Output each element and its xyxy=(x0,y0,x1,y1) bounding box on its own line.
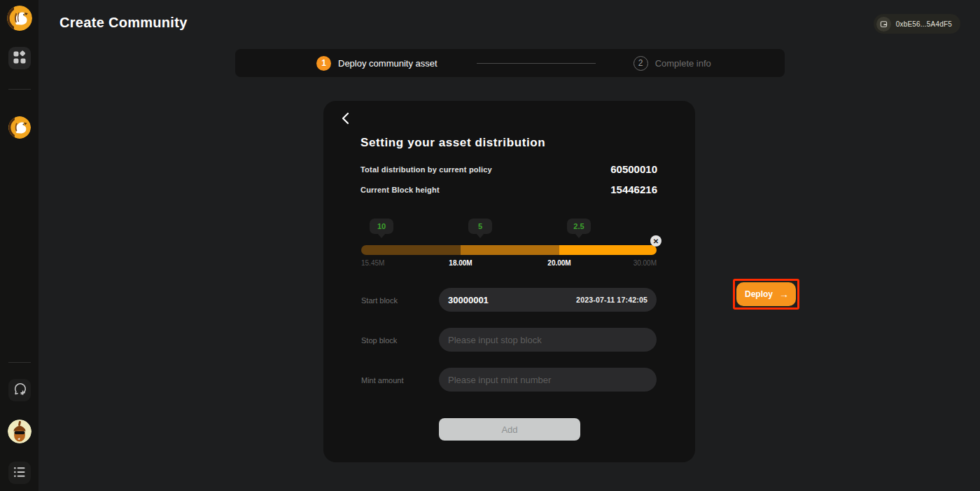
chevron-left-icon xyxy=(340,111,351,127)
slider-segment-3 xyxy=(559,245,657,255)
asset-distribution-card: Setting your asset distribution Total di… xyxy=(323,101,695,462)
chat-add-icon xyxy=(12,382,27,399)
step-deploy-community-asset: 1 Deploy community asset xyxy=(316,56,438,71)
slider-tooltip-1: 10 xyxy=(370,219,393,234)
sidebar-divider-bottom xyxy=(8,362,31,363)
sidebar xyxy=(0,0,38,491)
dashboard-button[interactable] xyxy=(8,47,31,69)
axis-label-max: 30.00M xyxy=(634,259,657,267)
add-button[interactable]: Add xyxy=(439,418,580,441)
user-avatar[interactable] xyxy=(8,420,31,443)
list-icon xyxy=(13,465,27,481)
acorn-avatar-icon xyxy=(8,434,31,443)
annotation-highlight: Deploy → xyxy=(733,279,799,310)
squirrel-avatar-icon xyxy=(8,129,31,139)
axis-label-mid2: 20.00M xyxy=(547,259,570,267)
total-distribution-value: 60500010 xyxy=(360,163,657,175)
slider-segment-1 xyxy=(361,245,461,255)
arrow-right-icon: → xyxy=(779,289,789,300)
step-2-label: Complete info xyxy=(655,58,711,69)
wallet-address-badge[interactable]: 0xbE56...5A4dF5 xyxy=(874,14,960,34)
mint-amount-input[interactable] xyxy=(448,375,648,385)
step-complete-info: 2 Complete info xyxy=(634,56,711,71)
start-block-datetime: 2023-07-11 17:42:05 xyxy=(576,296,648,304)
stepper-connector xyxy=(477,63,596,64)
grid-icon xyxy=(13,50,27,67)
add-chat-button[interactable] xyxy=(8,379,31,401)
app-logo[interactable] xyxy=(7,6,32,31)
slider-tooltip-2: 5 xyxy=(468,219,492,234)
stop-block-label: Stop block xyxy=(361,336,397,345)
card-heading: Setting your asset distribution xyxy=(360,136,545,150)
sidebar-divider-top xyxy=(8,89,31,90)
back-button[interactable] xyxy=(337,111,354,127)
start-block-field[interactable]: 2023-07-11 17:42:05 xyxy=(439,288,657,312)
deploy-label: Deploy xyxy=(745,289,773,299)
step-1-circle: 1 xyxy=(316,56,331,71)
deploy-button[interactable]: Deploy → xyxy=(736,282,796,306)
slider-segment-2 xyxy=(461,245,559,255)
slider-tooltip-3: 2.5 xyxy=(567,219,591,234)
squirrel-logo-icon xyxy=(7,21,32,31)
page-title: Create Community xyxy=(59,15,188,31)
slider-tooltip-3-value: 2.5 xyxy=(573,222,584,230)
distribution-slider[interactable] xyxy=(361,245,657,255)
community-avatar[interactable] xyxy=(8,116,31,139)
start-block-input[interactable] xyxy=(448,295,576,305)
step-1-label: Deploy community asset xyxy=(338,58,438,69)
list-menu-button[interactable] xyxy=(8,462,31,484)
stop-block-input[interactable] xyxy=(448,335,648,345)
axis-label-min: 15.45M xyxy=(361,259,384,267)
axis-label-mid1: 18.00M xyxy=(449,259,472,267)
slider-tooltip-2-value: 5 xyxy=(478,222,482,230)
wallet-address: 0xbE56...5A4dF5 xyxy=(896,20,952,28)
mint-amount-field[interactable] xyxy=(439,368,657,392)
app-root: Create Community 0xbE56...5A4dF5 1 Deplo… xyxy=(0,0,980,491)
stepper: 1 Deploy community asset 2 Complete info xyxy=(235,49,785,77)
step-2-circle: 2 xyxy=(634,56,648,71)
slider-tooltip-1-value: 10 xyxy=(377,222,386,230)
mint-amount-label: Mint amount xyxy=(361,376,404,385)
wallet-icon xyxy=(876,17,891,32)
close-icon[interactable]: ✕ xyxy=(650,235,662,247)
stop-block-field[interactable] xyxy=(439,328,657,352)
start-block-label: Start block xyxy=(361,296,398,305)
current-block-height-value: 15446216 xyxy=(360,184,657,195)
